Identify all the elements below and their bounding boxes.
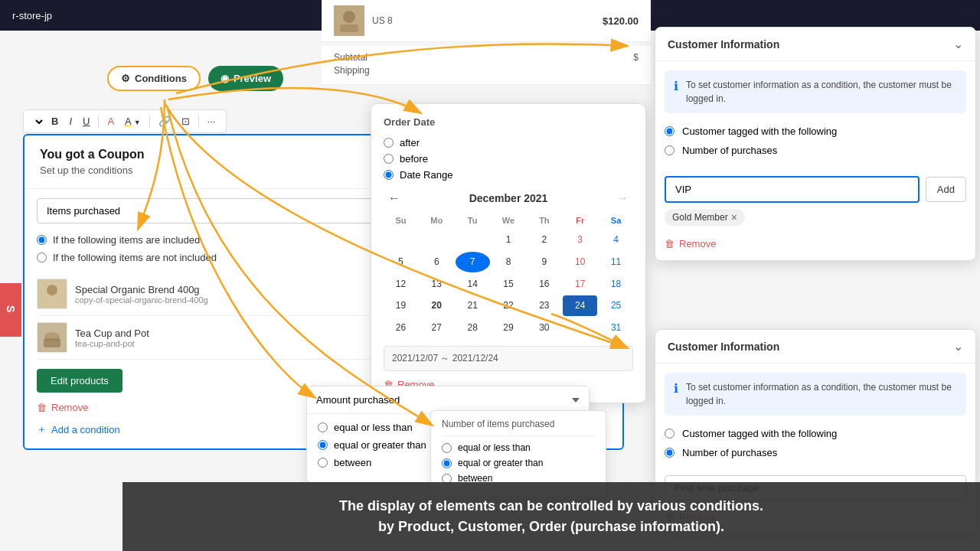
underline-button[interactable]: U (78, 113, 94, 129)
cp-bottom-title-select[interactable]: Customer Information (668, 341, 953, 353)
cp-bottom-tagged-radio[interactable]: Customer tagged with the following (665, 428, 966, 439)
cal-day-6[interactable]: 6 (420, 252, 454, 272)
cal-day-27[interactable]: 27 (420, 318, 454, 338)
preview-button[interactable]: ◉ Preview (208, 66, 283, 91)
cal-day-10[interactable]: 10 (563, 252, 597, 272)
bold-button[interactable]: B (47, 113, 63, 129)
cal-day-11[interactable]: 11 (599, 252, 633, 272)
caption-line-1: The display of elements can be controlle… (153, 496, 949, 517)
cal-header-mo: Mo (420, 213, 454, 228)
cp-top-title-select[interactable]: Customer Information (668, 38, 953, 51)
cal-day-31[interactable]: 31 (599, 318, 633, 338)
cal-header-su: Su (384, 213, 418, 228)
prev-month-button[interactable]: ← (384, 190, 405, 207)
cal-day-21[interactable]: 21 (456, 295, 490, 316)
items-greater-radio[interactable]: equal or greater than (442, 458, 595, 468)
cal-day-7[interactable]: 7 (456, 252, 490, 272)
cal-day-19[interactable]: 19 (384, 295, 418, 316)
product-info-2: Tea Cup and Pot tea-cup-and-pot (75, 328, 149, 348)
cp-tagged-radio[interactable]: Customer tagged with the following (665, 126, 966, 137)
more-button[interactable]: ··· (203, 113, 220, 129)
cal-day-18[interactable]: 18 (599, 274, 633, 295)
eye-icon: ◉ (220, 73, 229, 84)
highlight-button[interactable]: A ▼ (120, 113, 145, 129)
cal-day-14[interactable]: 14 (456, 274, 490, 295)
shipping-label: Shipping (334, 65, 370, 76)
shipping-row: Shipping (334, 65, 639, 76)
cal-day-22[interactable]: 22 (492, 295, 526, 316)
italic-button[interactable]: I (64, 113, 77, 129)
trash-icon-cp-top: 🗑 (665, 238, 675, 249)
action-toolbar: ⚙ Conditions ◉ Preview (107, 66, 283, 91)
text-toolbar: B I U A A ▼ 🔗 ⊡ ··· (23, 109, 227, 133)
subtotal-label: Subtotal (334, 52, 368, 63)
calendar-grid: Su Mo Tu We Th Fr Sa 1 2 3 4 5 6 7 8 9 1… (384, 213, 633, 338)
product-name-2: Tea Cup and Pot (75, 328, 149, 339)
link-button[interactable]: 🔗 (154, 113, 175, 129)
cp-bottom-radio-section: Customer tagged with the following Numbe… (655, 425, 975, 475)
order-date-title: Order Date (384, 116, 633, 128)
cp-purchases-radio[interactable]: Number of purchases (665, 145, 966, 156)
cal-day-29[interactable]: 29 (492, 318, 526, 338)
cal-day-9[interactable]: 9 (527, 252, 561, 272)
edit-products-label: Edit products (51, 375, 109, 386)
cal-day-24[interactable]: 24 (563, 295, 597, 316)
text-color-button[interactable]: A (103, 113, 119, 129)
trash-icon: 🗑 (37, 402, 47, 413)
product-thumb-2 (37, 322, 67, 353)
vip-add-button[interactable]: Add (926, 177, 966, 202)
month-label: December 2021 (469, 192, 548, 204)
font-style-select[interactable] (30, 116, 45, 128)
info-icon: ℹ (674, 79, 678, 93)
s-badge: S (0, 283, 21, 337)
cal-day-1[interactable]: 1 (492, 230, 526, 250)
store-name: r-store-jp (12, 10, 52, 21)
cp-top-radio-section: Customer tagged with the following Numbe… (655, 122, 975, 173)
cal-day-2[interactable]: 2 (527, 230, 561, 250)
add-condition-label: Add a condition (51, 424, 120, 435)
product-price: $120.00 (603, 15, 639, 27)
date-after-radio[interactable]: after (384, 137, 633, 148)
cal-header-sa: Sa (599, 213, 633, 228)
info-icon-bottom: ℹ (674, 381, 678, 396)
cal-day-30[interactable]: 30 (527, 318, 561, 338)
cal-day-26[interactable]: 26 (384, 318, 418, 338)
cal-day-15[interactable]: 15 (492, 274, 526, 295)
cal-day-28[interactable]: 28 (456, 318, 490, 338)
separator (98, 115, 99, 129)
tag-remove-button[interactable]: × (731, 212, 737, 223)
product-details: US 8 (372, 15, 603, 26)
items-less-radio[interactable]: equal or less than (442, 442, 595, 453)
calendar-popup: Order Date after before Date Range ← Dec… (371, 103, 646, 403)
cal-day-17[interactable]: 17 (563, 274, 597, 295)
cp-top-info-box: ℹ To set customer information as a condi… (665, 70, 966, 113)
svg-point-1 (343, 11, 355, 23)
cp-top-header: Customer Information ⌄ (655, 28, 975, 61)
cp-top-remove-label: Remove (679, 238, 716, 249)
product-thumb-1 (37, 279, 67, 309)
cp-bottom-purchases-radio[interactable]: Number of purchases (665, 447, 966, 458)
cp-top-remove-link[interactable]: 🗑 Remove (655, 232, 975, 260)
cal-day-23[interactable]: 23 (527, 295, 561, 316)
cal-day-25[interactable]: 25 (599, 295, 633, 316)
conditions-button[interactable]: ⚙ Conditions (107, 66, 201, 91)
next-month-button[interactable]: → (612, 190, 633, 207)
cal-day-5[interactable]: 5 (384, 252, 418, 272)
cal-day-16[interactable]: 16 (527, 274, 561, 295)
cal-day-3[interactable]: 3 (563, 230, 597, 250)
separator2 (149, 115, 150, 129)
image-button[interactable]: ⊡ (177, 113, 194, 129)
vip-input-field[interactable] (665, 176, 920, 203)
cal-day-12[interactable]: 12 (384, 274, 418, 295)
date-range-radio[interactable]: Date Range (384, 169, 633, 181)
cal-day-20[interactable]: 20 (420, 295, 454, 316)
cal-day-4[interactable]: 4 (599, 230, 633, 250)
subtotal-row: Subtotal $ (334, 52, 639, 63)
product-name-1: Special Organic Brend 400g (75, 284, 208, 295)
edit-products-button[interactable]: Edit products (37, 369, 122, 393)
date-before-radio[interactable]: before (384, 153, 633, 165)
cal-day-8[interactable]: 8 (492, 252, 526, 272)
cal-day-13[interactable]: 13 (420, 274, 454, 295)
calendar-nav: ← December 2021 → (384, 190, 633, 207)
svg-rect-2 (340, 24, 358, 32)
